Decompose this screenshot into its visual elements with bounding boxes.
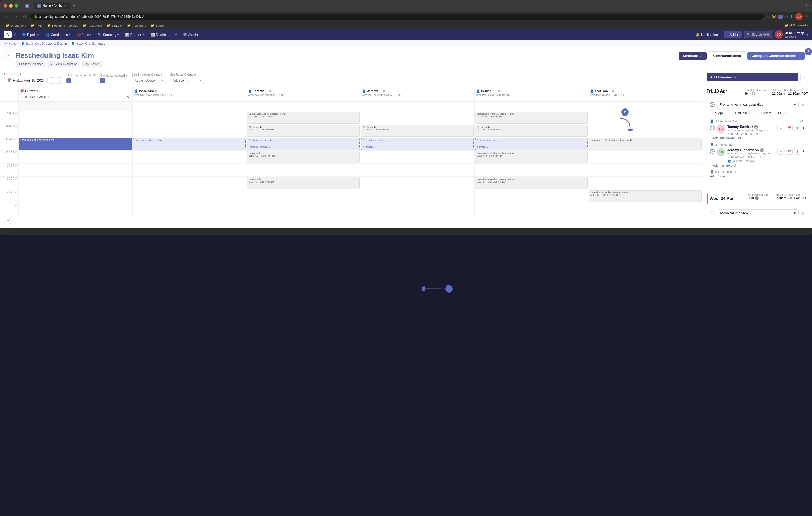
slot-11am-tammy[interactable]: Frontend tech deep dive... Frontend tech…	[246, 137, 360, 150]
breadcrumb-home[interactable]: Home	[8, 42, 17, 45]
bookmark-pmm[interactable]: 📁 PMM	[29, 23, 45, 28]
nav-sourcing[interactable]: 🔍 Sourcing ▾	[95, 31, 121, 38]
schedule-button[interactable]: Schedule ✓	[678, 52, 707, 60]
configure-communications-button[interactable]: Configure Communications →	[747, 52, 805, 60]
event-frontend-isaac[interactable]: Frontend tech deep dive	[133, 138, 246, 150]
bookmark-strategy[interactable]: 📁 Strategy	[105, 23, 125, 28]
nav-pipeline[interactable]: 🔷 Pipeline	[19, 31, 42, 38]
add-button[interactable]: + Add ▾	[724, 31, 742, 38]
interview-date-pill[interactable]: Fri, Apr 19	[710, 110, 730, 116]
eye-icon-denise[interactable]: 👁	[497, 90, 500, 93]
minimize-traffic-light[interactable]	[9, 4, 12, 7]
event-frontend-tammy-2[interactable]: Frontend technical...	[247, 145, 360, 150]
add-trainee-link[interactable]: + Add Trainee Slot	[710, 164, 805, 167]
interview-end-time[interactable]: 11:30am	[756, 110, 774, 116]
extension-btn-2[interactable]: A	[778, 14, 783, 19]
back-nav-btn[interactable]: ←	[4, 14, 10, 19]
jeremy-info-icon[interactable]: ⓘ	[760, 148, 763, 152]
timezone-select[interactable]: America/Los Angeles	[20, 94, 131, 99]
interview-start-time[interactable]: 11:00am	[732, 110, 750, 116]
tammy-calendar-btn[interactable]: 📅	[786, 125, 793, 131]
app-logo[interactable]: A	[4, 31, 11, 38]
maximize-traffic-light[interactable]	[14, 4, 18, 7]
eye-icon-isaac[interactable]: 👁	[155, 90, 158, 93]
bookmark-onboarding[interactable]: 📁 Onboarding	[4, 23, 28, 28]
bookmark-specs[interactable]: 📁 Specs	[149, 23, 166, 28]
eye-icon-jeremy[interactable]: 👁	[382, 90, 385, 93]
event-frontend-denise[interactable]: Frontend tech deep dive...	[475, 138, 588, 145]
browser-menu-btn[interactable]: ⋮	[805, 14, 808, 19]
user-menu[interactable]: JO Jane Ortega Nocobird ▾	[775, 30, 808, 39]
room-dropdown[interactable]: Add room... ▾	[170, 77, 204, 84]
interview-name-dropdown[interactable]: Frontend technical deep dive ▾	[717, 101, 799, 108]
tammy-info-icon[interactable]: ⓘ	[754, 125, 758, 129]
technical-delete-btn[interactable]: 🗑	[801, 211, 805, 215]
timezone-dropdown[interactable]: PDT ▾	[776, 110, 789, 116]
search-button[interactable]: 🔍 Search ⌘K	[744, 31, 773, 38]
tag-saved[interactable]: 🔖 Saved	[82, 61, 102, 67]
eye-icon-lori[interactable]: 👁	[612, 90, 614, 93]
home-nav-btn[interactable]: ⌂	[12, 31, 18, 38]
multiday-checkbox[interactable]: ✓	[66, 79, 71, 83]
new-tab-button[interactable]: +	[71, 3, 77, 8]
event-unavail-denise-2[interactable]: Unavailable (Ashby Meeting Hours),5:00 P…	[475, 177, 588, 189]
tammy-star-btn[interactable]: ☆	[778, 125, 784, 131]
date-next-btn[interactable]: →	[56, 78, 62, 84]
event-unavail-tammy-9[interactable]: Unavailable (Ashby Meeting Hours),12:00 …	[247, 112, 360, 124]
technical-name-dropdown[interactable]: Technical Interview ▾	[717, 209, 799, 216]
event-allhands-jeremy[interactable]: All Hands 🎉,10:00 AM – 10:45 AM PDT	[361, 125, 474, 137]
nav-admin[interactable]: ⚙️ Admin	[180, 31, 200, 38]
event-frontend-denise-2[interactable]: technical...	[475, 145, 588, 150]
event-frontend-current[interactable]: Frontend technical deep dive	[19, 138, 132, 150]
slot-11am-lori[interactable]: Unavailable ( All Hands Meeting Hou 🎉...	[588, 137, 702, 150]
nav-reports[interactable]: 📊 Reports ▾	[122, 31, 147, 38]
bookmark-recurring[interactable]: 📁 Recurring meetings	[45, 23, 80, 28]
bookmark-ta-leaders[interactable]: 📁 TA leaders	[125, 23, 148, 28]
reload-btn[interactable]: ↺	[22, 14, 28, 19]
candidate-checkbox[interactable]: ✓	[100, 78, 105, 83]
jeremy-calendar-btn[interactable]: 📅	[786, 148, 793, 155]
event-frontend-jeremy-2[interactable]: technical...	[361, 145, 474, 150]
browser-more-btn[interactable]: ⋮	[805, 4, 808, 8]
bookmark-resources[interactable]: 📁 Resources	[81, 23, 104, 28]
forward-nav-btn[interactable]: →	[12, 14, 19, 19]
breadcrumb-summary[interactable]: Isaac Kim: Summary	[77, 42, 106, 45]
tag-staff-designer[interactable]: 🏷 Staff Designer	[16, 61, 46, 67]
event-unavail-tammy-12[interactable]: Unavailable,11:45 AM – 1:00 PM PDT	[247, 151, 360, 163]
tag-skills-eval[interactable]: ↩ Skills Evaluation	[48, 61, 80, 67]
slot-11am-denise[interactable]: Frontend tech deep dive... technical...	[474, 137, 588, 150]
event-unavail-tammy-2[interactable]: Unavailable,2:15 PM – 5:15 PM PDT	[247, 177, 360, 189]
slot-11am-isaac[interactable]: Frontend tech deep dive	[133, 137, 246, 150]
breadcrumb-director[interactable]: Isaac Kim: Director of Design	[26, 42, 67, 45]
help-button[interactable]: ?	[4, 218, 11, 225]
nav-dashboards[interactable]: 📈 Dashboards ▾	[148, 31, 179, 38]
employee-dropdown[interactable]: Add employee... ▾	[132, 77, 166, 84]
download-btn[interactable]: ⬇	[790, 14, 793, 19]
tammy-delete-btn[interactable]: 🗑	[794, 125, 801, 131]
jeremy-delete-btn[interactable]: 🗑	[794, 148, 801, 155]
notifications-btn[interactable]: 🔔 Notifications	[694, 31, 722, 38]
nav-jobs[interactable]: 💼 Jobs ▾	[74, 31, 94, 38]
tab-close-btn[interactable]: ✕	[64, 4, 66, 7]
date-input[interactable]: 📅 Friday, April 19, 2024	[4, 77, 48, 84]
panel-nav-right[interactable]: ›	[801, 74, 808, 81]
slot-11am-jeremy[interactable]: Frontend tech deep dive... technical...	[360, 137, 474, 150]
url-bar[interactable]: 🔒 app.ashbyhq.com/schedules/drafts/ef0a5…	[30, 13, 764, 20]
browser-user-avatar[interactable]: JO	[795, 13, 803, 20]
slot-11am-current[interactable]: Frontend technical deep dive	[19, 137, 133, 150]
extension-btn-3[interactable]: ⊡	[785, 14, 788, 19]
event-allhands-tammy[interactable]: All Hands 🎉,1:00 PM – 1:45 PM EDT	[247, 125, 360, 137]
bookmark-star-btn[interactable]: ☆	[766, 14, 770, 19]
date-prev-btn[interactable]: ←	[49, 78, 55, 84]
communications-button[interactable]: Communications	[709, 52, 745, 60]
nav-candidates[interactable]: 👥 Candidates ▾	[43, 31, 73, 38]
add-room-link[interactable]: Add Room	[710, 175, 805, 178]
close-traffic-light[interactable]	[4, 4, 7, 7]
event-frontend-jeremy[interactable]: Frontend tech deep dive...	[361, 138, 474, 145]
back-button[interactable]: ←	[5, 52, 13, 60]
jeremy-star-btn[interactable]: ☆	[778, 148, 784, 155]
add-interviewer-link[interactable]: + Add Interviewer Slot	[710, 136, 805, 140]
duration-info-icon[interactable]: ⓘ	[752, 92, 755, 95]
all-bookmarks[interactable]: 📁 All Bookmarks	[785, 24, 808, 27]
event-unavail-lori-3[interactable]: Unavailable (Ashby Meeting Hours),5:00 P…	[589, 190, 702, 202]
